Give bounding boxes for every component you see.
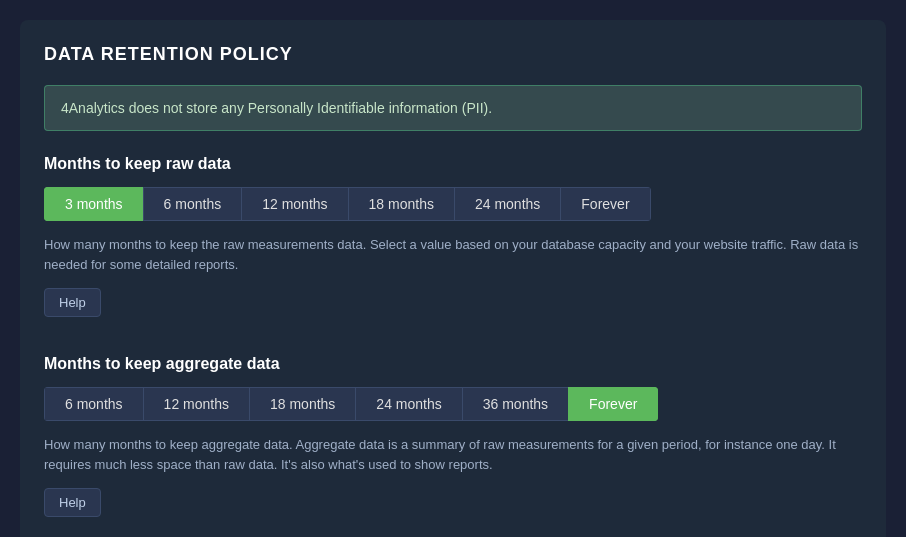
raw-data-help-button[interactable]: Help	[44, 288, 101, 317]
raw-option-12months[interactable]: 12 months	[241, 187, 347, 221]
page-title: DATA RETENTION POLICY	[44, 44, 862, 65]
agg-option-36months[interactable]: 36 months	[462, 387, 568, 421]
aggregate-data-section-title: Months to keep aggregate data	[44, 355, 862, 373]
pii-notice: 4Analytics does not store any Personally…	[44, 85, 862, 131]
raw-option-6months[interactable]: 6 months	[143, 187, 242, 221]
agg-option-24months[interactable]: 24 months	[355, 387, 461, 421]
pii-notice-text: 4Analytics does not store any Personally…	[61, 100, 492, 116]
raw-data-section-title: Months to keep raw data	[44, 155, 862, 173]
raw-option-24months[interactable]: 24 months	[454, 187, 560, 221]
aggregate-data-section: Months to keep aggregate data 6 months 1…	[44, 355, 862, 537]
aggregate-data-button-group: 6 months 12 months 18 months 24 months 3…	[44, 387, 658, 421]
raw-option-3months[interactable]: 3 months	[44, 187, 143, 221]
agg-option-6months[interactable]: 6 months	[44, 387, 143, 421]
aggregate-data-help-button[interactable]: Help	[44, 488, 101, 517]
agg-option-12months[interactable]: 12 months	[143, 387, 249, 421]
aggregate-data-description: How many months to keep aggregate data. …	[44, 435, 862, 474]
raw-data-button-group: 3 months 6 months 12 months 18 months 24…	[44, 187, 651, 221]
raw-data-description: How many months to keep the raw measurem…	[44, 235, 862, 274]
raw-option-18months[interactable]: 18 months	[348, 187, 454, 221]
agg-option-18months[interactable]: 18 months	[249, 387, 355, 421]
main-container: DATA RETENTION POLICY 4Analytics does no…	[20, 20, 886, 537]
raw-option-forever[interactable]: Forever	[560, 187, 650, 221]
agg-option-forever[interactable]: Forever	[568, 387, 658, 421]
raw-data-section: Months to keep raw data 3 months 6 month…	[44, 155, 862, 345]
